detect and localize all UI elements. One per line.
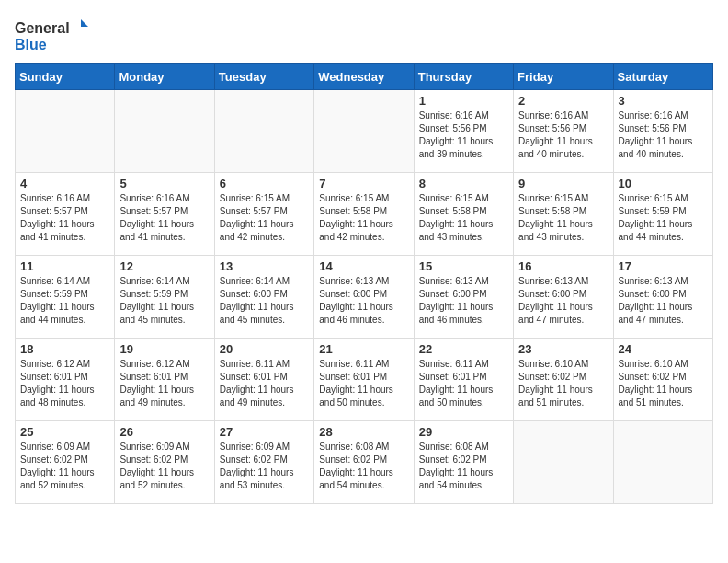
day-info: Sunrise: 6:10 AM Sunset: 6:02 PM Dayligh… [619, 358, 708, 409]
calendar-cell: 19Sunrise: 6:12 AM Sunset: 6:01 PM Dayli… [115, 339, 214, 421]
logo: General Blue [15, 15, 88, 56]
day-number: 9 [518, 177, 608, 190]
day-info: Sunrise: 6:11 AM Sunset: 6:01 PM Dayligh… [220, 358, 309, 409]
day-info: Sunrise: 6:16 AM Sunset: 5:57 PM Dayligh… [20, 192, 109, 244]
day-info: Sunrise: 6:16 AM Sunset: 5:56 PM Dayligh… [419, 109, 508, 161]
calendar-cell [214, 90, 313, 173]
calendar-cell: 22Sunrise: 6:11 AM Sunset: 6:01 PM Dayli… [414, 339, 513, 421]
calendar-cell: 7Sunrise: 6:15 AM Sunset: 5:58 PM Daylig… [314, 173, 414, 256]
day-number: 1 [419, 94, 508, 108]
page-header: General Blue [15, 15, 713, 56]
day-info: Sunrise: 6:15 AM Sunset: 5:58 PM Dayligh… [319, 192, 408, 244]
calendar-cell [16, 90, 115, 173]
day-number: 20 [220, 342, 309, 356]
calendar-cell: 14Sunrise: 6:13 AM Sunset: 6:00 PM Dayli… [314, 256, 414, 339]
calendar-cell: 3Sunrise: 6:16 AM Sunset: 5:56 PM Daylig… [613, 90, 712, 173]
day-info: Sunrise: 6:13 AM Sunset: 6:00 PM Dayligh… [619, 275, 708, 327]
day-number: 4 [20, 177, 109, 190]
day-info: Sunrise: 6:09 AM Sunset: 6:02 PM Dayligh… [220, 441, 309, 492]
day-info: Sunrise: 6:10 AM Sunset: 6:02 PM Dayligh… [518, 358, 608, 409]
calendar-cell: 27Sunrise: 6:09 AM Sunset: 6:02 PM Dayli… [214, 421, 313, 504]
calendar-cell [613, 421, 712, 504]
calendar-cell: 2Sunrise: 6:16 AM Sunset: 5:56 PM Daylig… [514, 90, 613, 173]
day-info: Sunrise: 6:14 AM Sunset: 5:59 PM Dayligh… [20, 275, 109, 327]
day-number: 24 [619, 342, 708, 356]
calendar-cell: 4Sunrise: 6:16 AM Sunset: 5:57 PM Daylig… [16, 173, 115, 256]
day-number: 13 [220, 259, 309, 273]
svg-marker-2 [81, 19, 88, 27]
day-number: 6 [220, 177, 309, 190]
weekday-header-thursday: Thursday [414, 64, 513, 90]
day-info: Sunrise: 6:14 AM Sunset: 5:59 PM Dayligh… [119, 275, 209, 327]
week-row-4: 18Sunrise: 6:12 AM Sunset: 6:01 PM Dayli… [16, 339, 713, 421]
day-info: Sunrise: 6:16 AM Sunset: 5:56 PM Dayligh… [619, 109, 708, 161]
calendar-cell: 18Sunrise: 6:12 AM Sunset: 6:01 PM Dayli… [16, 339, 115, 421]
calendar-cell [314, 90, 414, 173]
day-info: Sunrise: 6:11 AM Sunset: 6:01 PM Dayligh… [319, 358, 408, 409]
day-number: 16 [518, 259, 608, 273]
svg-text:Blue: Blue [15, 37, 47, 52]
day-info: Sunrise: 6:15 AM Sunset: 5:59 PM Dayligh… [619, 192, 708, 244]
weekday-header-wednesday: Wednesday [314, 64, 414, 90]
weekday-header-monday: Monday [115, 64, 214, 90]
day-info: Sunrise: 6:09 AM Sunset: 6:02 PM Dayligh… [20, 441, 109, 492]
day-info: Sunrise: 6:16 AM Sunset: 5:56 PM Dayligh… [518, 109, 608, 161]
day-number: 23 [518, 342, 608, 356]
calendar-cell: 11Sunrise: 6:14 AM Sunset: 5:59 PM Dayli… [16, 256, 115, 339]
calendar-cell: 5Sunrise: 6:16 AM Sunset: 5:57 PM Daylig… [115, 173, 214, 256]
calendar-cell: 9Sunrise: 6:15 AM Sunset: 5:58 PM Daylig… [514, 173, 613, 256]
calendar-cell: 8Sunrise: 6:15 AM Sunset: 5:58 PM Daylig… [414, 173, 513, 256]
day-info: Sunrise: 6:15 AM Sunset: 5:58 PM Dayligh… [518, 192, 608, 244]
calendar-cell: 21Sunrise: 6:11 AM Sunset: 6:01 PM Dayli… [314, 339, 414, 421]
day-number: 3 [619, 94, 708, 108]
weekday-header-sunday: Sunday [16, 64, 115, 90]
day-number: 12 [119, 259, 209, 273]
day-number: 29 [419, 425, 508, 439]
day-number: 25 [20, 425, 109, 439]
calendar-cell [514, 421, 613, 504]
day-info: Sunrise: 6:09 AM Sunset: 6:02 PM Dayligh… [119, 441, 209, 492]
calendar-cell: 6Sunrise: 6:15 AM Sunset: 5:57 PM Daylig… [214, 173, 313, 256]
calendar-cell: 20Sunrise: 6:11 AM Sunset: 6:01 PM Dayli… [214, 339, 313, 421]
week-row-1: 1Sunrise: 6:16 AM Sunset: 5:56 PM Daylig… [16, 90, 713, 173]
calendar-cell: 12Sunrise: 6:14 AM Sunset: 5:59 PM Dayli… [115, 256, 214, 339]
day-info: Sunrise: 6:08 AM Sunset: 6:02 PM Dayligh… [419, 441, 508, 492]
calendar-cell: 23Sunrise: 6:10 AM Sunset: 6:02 PM Dayli… [514, 339, 613, 421]
calendar-cell: 29Sunrise: 6:08 AM Sunset: 6:02 PM Dayli… [414, 421, 513, 504]
day-info: Sunrise: 6:11 AM Sunset: 6:01 PM Dayligh… [419, 358, 508, 409]
calendar-cell: 28Sunrise: 6:08 AM Sunset: 6:02 PM Dayli… [314, 421, 414, 504]
weekday-header-row: SundayMondayTuesdayWednesdayThursdayFrid… [16, 64, 713, 90]
day-number: 5 [119, 177, 209, 190]
week-row-3: 11Sunrise: 6:14 AM Sunset: 5:59 PM Dayli… [16, 256, 713, 339]
day-number: 19 [119, 342, 209, 356]
day-number: 21 [319, 342, 408, 356]
day-number: 8 [419, 177, 508, 190]
calendar-cell: 26Sunrise: 6:09 AM Sunset: 6:02 PM Dayli… [115, 421, 214, 504]
day-number: 14 [319, 259, 408, 273]
calendar-cell: 10Sunrise: 6:15 AM Sunset: 5:59 PM Dayli… [613, 173, 712, 256]
day-info: Sunrise: 6:15 AM Sunset: 5:57 PM Dayligh… [220, 192, 309, 244]
calendar-table: SundayMondayTuesdayWednesdayThursdayFrid… [15, 63, 713, 504]
day-info: Sunrise: 6:13 AM Sunset: 6:00 PM Dayligh… [319, 275, 408, 327]
day-info: Sunrise: 6:16 AM Sunset: 5:57 PM Dayligh… [119, 192, 209, 244]
day-info: Sunrise: 6:15 AM Sunset: 5:58 PM Dayligh… [419, 192, 508, 244]
calendar-cell: 1Sunrise: 6:16 AM Sunset: 5:56 PM Daylig… [414, 90, 513, 173]
calendar-cell: 16Sunrise: 6:13 AM Sunset: 6:00 PM Dayli… [514, 256, 613, 339]
day-number: 17 [619, 259, 708, 273]
day-number: 7 [319, 177, 408, 190]
day-number: 22 [419, 342, 508, 356]
svg-text:General: General [15, 20, 70, 36]
calendar-cell: 24Sunrise: 6:10 AM Sunset: 6:02 PM Dayli… [613, 339, 712, 421]
calendar-cell: 13Sunrise: 6:14 AM Sunset: 6:00 PM Dayli… [214, 256, 313, 339]
weekday-header-friday: Friday [514, 64, 613, 90]
day-info: Sunrise: 6:12 AM Sunset: 6:01 PM Dayligh… [20, 358, 109, 409]
day-info: Sunrise: 6:13 AM Sunset: 6:00 PM Dayligh… [419, 275, 508, 327]
calendar-cell: 25Sunrise: 6:09 AM Sunset: 6:02 PM Dayli… [16, 421, 115, 504]
day-number: 26 [119, 425, 209, 439]
weekday-header-saturday: Saturday [613, 64, 712, 90]
day-info: Sunrise: 6:14 AM Sunset: 6:00 PM Dayligh… [220, 275, 309, 327]
logo-svg: General Blue [15, 15, 88, 56]
week-row-5: 25Sunrise: 6:09 AM Sunset: 6:02 PM Dayli… [16, 421, 713, 504]
day-info: Sunrise: 6:08 AM Sunset: 6:02 PM Dayligh… [319, 441, 408, 492]
calendar-cell: 15Sunrise: 6:13 AM Sunset: 6:00 PM Dayli… [414, 256, 513, 339]
